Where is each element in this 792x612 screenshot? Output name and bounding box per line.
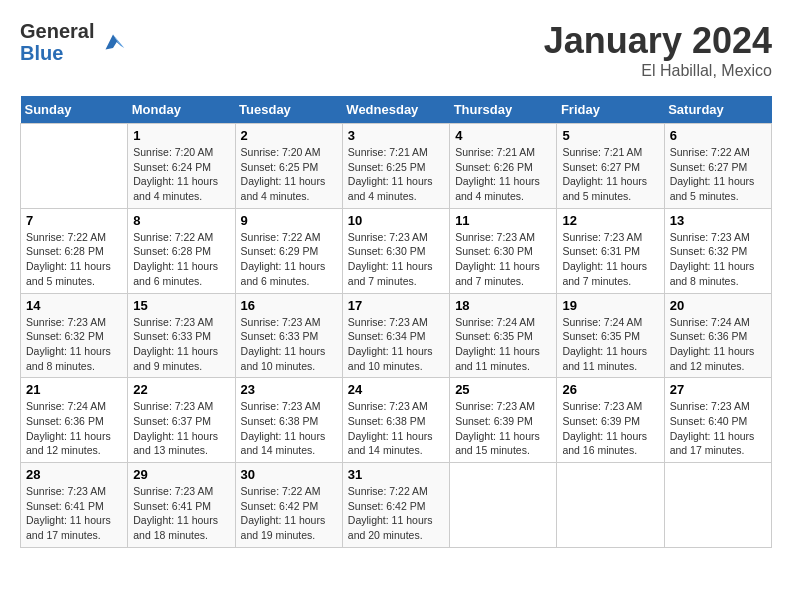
day-cell: 18Sunrise: 7:24 AMSunset: 6:35 PMDayligh… [450, 293, 557, 378]
day-cell: 1Sunrise: 7:20 AMSunset: 6:24 PMDaylight… [128, 124, 235, 209]
day-cell: 9Sunrise: 7:22 AMSunset: 6:29 PMDaylight… [235, 208, 342, 293]
day-info: Sunrise: 7:21 AMSunset: 6:27 PMDaylight:… [562, 145, 658, 204]
day-cell: 2Sunrise: 7:20 AMSunset: 6:25 PMDaylight… [235, 124, 342, 209]
day-cell [450, 463, 557, 548]
day-number: 30 [241, 467, 337, 482]
day-number: 21 [26, 382, 122, 397]
day-number: 26 [562, 382, 658, 397]
week-row-5: 28Sunrise: 7:23 AMSunset: 6:41 PMDayligh… [21, 463, 772, 548]
day-info: Sunrise: 7:23 AMSunset: 6:32 PMDaylight:… [26, 315, 122, 374]
day-info: Sunrise: 7:23 AMSunset: 6:39 PMDaylight:… [562, 399, 658, 458]
logo-blue: Blue [20, 42, 94, 64]
day-number: 14 [26, 298, 122, 313]
day-info: Sunrise: 7:20 AMSunset: 6:25 PMDaylight:… [241, 145, 337, 204]
col-header-saturday: Saturday [664, 96, 771, 124]
day-number: 4 [455, 128, 551, 143]
day-info: Sunrise: 7:23 AMSunset: 6:41 PMDaylight:… [133, 484, 229, 543]
day-cell: 5Sunrise: 7:21 AMSunset: 6:27 PMDaylight… [557, 124, 664, 209]
day-info: Sunrise: 7:20 AMSunset: 6:24 PMDaylight:… [133, 145, 229, 204]
day-cell [557, 463, 664, 548]
col-header-thursday: Thursday [450, 96, 557, 124]
day-cell: 13Sunrise: 7:23 AMSunset: 6:32 PMDayligh… [664, 208, 771, 293]
day-info: Sunrise: 7:23 AMSunset: 6:33 PMDaylight:… [241, 315, 337, 374]
day-cell: 14Sunrise: 7:23 AMSunset: 6:32 PMDayligh… [21, 293, 128, 378]
day-info: Sunrise: 7:23 AMSunset: 6:30 PMDaylight:… [348, 230, 444, 289]
day-info: Sunrise: 7:23 AMSunset: 6:30 PMDaylight:… [455, 230, 551, 289]
col-header-sunday: Sunday [21, 96, 128, 124]
day-info: Sunrise: 7:22 AMSunset: 6:42 PMDaylight:… [348, 484, 444, 543]
logo-icon [98, 27, 128, 57]
col-header-wednesday: Wednesday [342, 96, 449, 124]
col-header-tuesday: Tuesday [235, 96, 342, 124]
day-number: 3 [348, 128, 444, 143]
day-cell: 20Sunrise: 7:24 AMSunset: 6:36 PMDayligh… [664, 293, 771, 378]
day-info: Sunrise: 7:22 AMSunset: 6:29 PMDaylight:… [241, 230, 337, 289]
day-number: 29 [133, 467, 229, 482]
day-info: Sunrise: 7:22 AMSunset: 6:42 PMDaylight:… [241, 484, 337, 543]
day-info: Sunrise: 7:23 AMSunset: 6:32 PMDaylight:… [670, 230, 766, 289]
day-cell: 6Sunrise: 7:22 AMSunset: 6:27 PMDaylight… [664, 124, 771, 209]
day-number: 17 [348, 298, 444, 313]
day-number: 15 [133, 298, 229, 313]
day-number: 2 [241, 128, 337, 143]
day-info: Sunrise: 7:23 AMSunset: 6:41 PMDaylight:… [26, 484, 122, 543]
day-cell: 30Sunrise: 7:22 AMSunset: 6:42 PMDayligh… [235, 463, 342, 548]
day-cell: 22Sunrise: 7:23 AMSunset: 6:37 PMDayligh… [128, 378, 235, 463]
day-info: Sunrise: 7:24 AMSunset: 6:35 PMDaylight:… [455, 315, 551, 374]
week-row-3: 14Sunrise: 7:23 AMSunset: 6:32 PMDayligh… [21, 293, 772, 378]
day-cell: 7Sunrise: 7:22 AMSunset: 6:28 PMDaylight… [21, 208, 128, 293]
day-number: 20 [670, 298, 766, 313]
day-cell: 12Sunrise: 7:23 AMSunset: 6:31 PMDayligh… [557, 208, 664, 293]
day-number: 1 [133, 128, 229, 143]
day-info: Sunrise: 7:23 AMSunset: 6:38 PMDaylight:… [241, 399, 337, 458]
day-cell: 11Sunrise: 7:23 AMSunset: 6:30 PMDayligh… [450, 208, 557, 293]
day-number: 6 [670, 128, 766, 143]
day-number: 31 [348, 467, 444, 482]
day-number: 10 [348, 213, 444, 228]
day-cell: 31Sunrise: 7:22 AMSunset: 6:42 PMDayligh… [342, 463, 449, 548]
day-info: Sunrise: 7:23 AMSunset: 6:38 PMDaylight:… [348, 399, 444, 458]
title-block: January 2024 El Habillal, Mexico [544, 20, 772, 80]
day-number: 13 [670, 213, 766, 228]
day-number: 18 [455, 298, 551, 313]
day-cell: 19Sunrise: 7:24 AMSunset: 6:35 PMDayligh… [557, 293, 664, 378]
day-info: Sunrise: 7:23 AMSunset: 6:40 PMDaylight:… [670, 399, 766, 458]
day-cell: 26Sunrise: 7:23 AMSunset: 6:39 PMDayligh… [557, 378, 664, 463]
day-info: Sunrise: 7:23 AMSunset: 6:31 PMDaylight:… [562, 230, 658, 289]
day-info: Sunrise: 7:21 AMSunset: 6:25 PMDaylight:… [348, 145, 444, 204]
location-subtitle: El Habillal, Mexico [544, 62, 772, 80]
day-number: 12 [562, 213, 658, 228]
day-info: Sunrise: 7:23 AMSunset: 6:34 PMDaylight:… [348, 315, 444, 374]
day-cell: 10Sunrise: 7:23 AMSunset: 6:30 PMDayligh… [342, 208, 449, 293]
week-row-1: 1Sunrise: 7:20 AMSunset: 6:24 PMDaylight… [21, 124, 772, 209]
day-number: 11 [455, 213, 551, 228]
day-number: 28 [26, 467, 122, 482]
day-info: Sunrise: 7:24 AMSunset: 6:36 PMDaylight:… [26, 399, 122, 458]
day-cell: 8Sunrise: 7:22 AMSunset: 6:28 PMDaylight… [128, 208, 235, 293]
day-number: 24 [348, 382, 444, 397]
week-row-4: 21Sunrise: 7:24 AMSunset: 6:36 PMDayligh… [21, 378, 772, 463]
day-cell: 21Sunrise: 7:24 AMSunset: 6:36 PMDayligh… [21, 378, 128, 463]
day-cell: 15Sunrise: 7:23 AMSunset: 6:33 PMDayligh… [128, 293, 235, 378]
day-cell: 27Sunrise: 7:23 AMSunset: 6:40 PMDayligh… [664, 378, 771, 463]
col-header-monday: Monday [128, 96, 235, 124]
week-row-2: 7Sunrise: 7:22 AMSunset: 6:28 PMDaylight… [21, 208, 772, 293]
day-number: 9 [241, 213, 337, 228]
day-info: Sunrise: 7:21 AMSunset: 6:26 PMDaylight:… [455, 145, 551, 204]
day-cell [21, 124, 128, 209]
day-cell: 29Sunrise: 7:23 AMSunset: 6:41 PMDayligh… [128, 463, 235, 548]
day-info: Sunrise: 7:24 AMSunset: 6:35 PMDaylight:… [562, 315, 658, 374]
day-cell: 24Sunrise: 7:23 AMSunset: 6:38 PMDayligh… [342, 378, 449, 463]
day-cell: 23Sunrise: 7:23 AMSunset: 6:38 PMDayligh… [235, 378, 342, 463]
day-cell: 3Sunrise: 7:21 AMSunset: 6:25 PMDaylight… [342, 124, 449, 209]
day-cell: 4Sunrise: 7:21 AMSunset: 6:26 PMDaylight… [450, 124, 557, 209]
day-info: Sunrise: 7:22 AMSunset: 6:28 PMDaylight:… [26, 230, 122, 289]
day-cell [664, 463, 771, 548]
day-number: 8 [133, 213, 229, 228]
day-number: 27 [670, 382, 766, 397]
day-info: Sunrise: 7:22 AMSunset: 6:27 PMDaylight:… [670, 145, 766, 204]
page-header: General Blue January 2024 El Habillal, M… [20, 20, 772, 80]
day-number: 19 [562, 298, 658, 313]
day-number: 22 [133, 382, 229, 397]
month-year-title: January 2024 [544, 20, 772, 62]
